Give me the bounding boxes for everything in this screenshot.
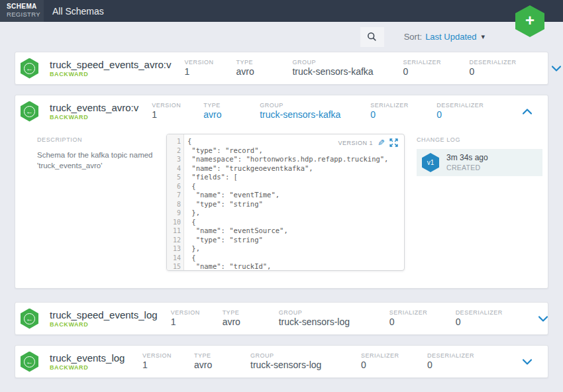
backward-compat-hexagon-icon: ←	[21, 352, 38, 372]
group-label: GROUP	[260, 102, 370, 109]
schema-card-truck-events-log: ← truck_events_log BACKWARD VERSION1 TYP…	[15, 345, 548, 378]
chevron-down-icon[interactable]	[538, 316, 548, 322]
schema-name: truck_speed_events_log	[50, 309, 158, 320]
deserializer-label: DESERIALIZER	[469, 59, 552, 66]
edit-pencil-icon[interactable]: ✎	[378, 138, 385, 147]
deserializer-value: 0	[436, 109, 519, 121]
deserializer-label: DESERIALIZER	[427, 352, 510, 360]
group-value: truck-sensors-kafka	[260, 109, 370, 121]
version-label: VERSION	[184, 59, 236, 66]
deserializer-label: DESERIALIZER	[456, 309, 538, 317]
group-label: GROUP	[279, 309, 389, 317]
compatibility-badge: BACKWARD	[50, 320, 158, 328]
schema-name: truck_speed_events_avro:v	[50, 59, 171, 70]
plus-icon: +	[525, 13, 535, 28]
version-label: VERSION	[142, 352, 194, 360]
type-label: TYPE	[236, 59, 292, 66]
changelog-entry[interactable]: v1 3m 34s ago CREATED	[417, 149, 542, 176]
description-text: Schema for the kafka topic named 'truck_…	[37, 150, 156, 171]
sort-value: Last Updated	[425, 32, 476, 42]
back-arrow-icon: ←	[24, 106, 35, 117]
type-value: avro	[203, 109, 260, 121]
serializer-label: SERIALIZER	[370, 102, 436, 109]
back-arrow-icon: ←	[24, 313, 35, 324]
deserializer-label: DESERIALIZER	[436, 102, 519, 109]
serializer-value: 0	[361, 360, 427, 371]
type-label: TYPE	[203, 102, 260, 109]
toolbar: Sort: Last Updated ▾	[0, 22, 563, 52]
changelog-label: CHANGE LOG	[417, 136, 542, 143]
backward-compat-hexagon-icon: ←	[21, 309, 38, 329]
serializer-value: 0	[370, 109, 436, 121]
code-editor-lines: { "type": "record", "namespace": "horton…	[184, 134, 404, 270]
schema-code-viewer[interactable]: 123456789101112131415 { "type": "record"…	[166, 134, 405, 271]
caret-down-icon: ▾	[481, 32, 485, 41]
schema-list: ← truck_speed_events_avro:v BACKWARD VER…	[0, 52, 563, 378]
search-icon	[367, 32, 377, 42]
code-editor-gutter: 123456789101112131415	[167, 134, 184, 270]
chevron-down-icon[interactable]	[552, 66, 561, 72]
schema-name: truck_events_avro:v	[50, 102, 138, 113]
group-value: truck-sensors-kafka	[292, 66, 403, 77]
changelog-time: 3m 34s ago	[446, 153, 488, 163]
logo-line-1: SCHEMA	[7, 3, 44, 11]
back-arrow-icon: ←	[24, 356, 35, 368]
type-value: avro	[236, 66, 292, 77]
compatibility-badge: BACKWARD	[50, 364, 129, 371]
version-value: 1	[171, 317, 223, 328]
changelog-action: CREATED	[446, 163, 488, 172]
group-value: truck-sensors-log	[279, 317, 389, 328]
deserializer-value: 0	[456, 317, 538, 328]
schema-card-header[interactable]: ← truck_speed_events_avro:v BACKWARD VER…	[15, 52, 548, 84]
description-section: DESCRIPTION Schema for the kafka topic n…	[37, 136, 156, 171]
compatibility-badge: BACKWARD	[50, 113, 138, 121]
page-title: All Schemas	[52, 0, 104, 22]
deserializer-value: 0	[469, 66, 552, 77]
changelog-section: CHANGE LOG v1 3m 34s ago CREATED	[417, 136, 542, 176]
version-value: 1	[152, 109, 203, 121]
serializer-value: 0	[403, 66, 469, 77]
type-value: avro	[194, 360, 250, 371]
version-label: VERSION	[152, 102, 203, 109]
code-version-label: VERSION 1	[338, 140, 374, 146]
serializer-label: SERIALIZER	[403, 59, 469, 66]
type-value: avro	[223, 317, 279, 328]
app-logo[interactable]: SCHEMA REGISTRY	[0, 0, 44, 22]
schema-card-expanded-body: DESCRIPTION Schema for the kafka topic n…	[15, 127, 548, 288]
group-value: truck-sensors-log	[250, 360, 361, 371]
group-label: GROUP	[292, 59, 403, 66]
group-label: GROUP	[250, 352, 361, 360]
compatibility-badge: BACKWARD	[50, 70, 171, 78]
version-value: 1	[142, 360, 194, 371]
serializer-label: SERIALIZER	[361, 352, 427, 360]
logo-line-2: REGISTRY	[7, 11, 44, 18]
version-hexagon-badge: v1	[422, 153, 439, 172]
back-arrow-icon: ←	[24, 63, 35, 74]
chevron-up-icon[interactable]	[523, 109, 532, 115]
schema-card-header[interactable]: ← truck_events_avro:v BACKWARD VERSION1 …	[15, 95, 548, 127]
description-label: DESCRIPTION	[37, 136, 156, 143]
schema-title-block: truck_events_log BACKWARD	[50, 352, 142, 371]
schema-title-block: truck_speed_events_avro:v BACKWARD	[50, 59, 184, 78]
top-navbar: SCHEMA REGISTRY All Schemas	[0, 0, 563, 22]
search-button[interactable]	[360, 27, 384, 47]
type-label: TYPE	[194, 352, 250, 360]
deserializer-value: 0	[427, 360, 510, 371]
schema-card-header[interactable]: ← truck_speed_events_log BACKWARD VERSIO…	[15, 303, 548, 334]
schema-title-block: truck_speed_events_log BACKWARD	[50, 309, 171, 328]
version-label: VERSION	[171, 309, 223, 317]
schema-card-truck-events-avro: ← truck_events_avro:v BACKWARD VERSION1 …	[15, 95, 548, 289]
schema-card-header[interactable]: ← truck_events_log BACKWARD VERSION1 TYP…	[15, 346, 548, 377]
type-label: TYPE	[223, 309, 279, 317]
serializer-value: 0	[389, 317, 456, 328]
schema-card-truck-speed-events-log: ← truck_speed_events_log BACKWARD VERSIO…	[15, 302, 548, 335]
backward-compat-hexagon-icon: ←	[21, 58, 38, 79]
serializer-label: SERIALIZER	[389, 309, 456, 317]
schema-name: truck_events_log	[50, 352, 129, 364]
version-value: 1	[184, 66, 236, 77]
expand-fullscreen-icon[interactable]	[389, 138, 398, 147]
chevron-down-icon[interactable]	[523, 359, 532, 365]
schema-title-block: truck_events_avro:v BACKWARD	[50, 102, 152, 121]
sort-dropdown[interactable]: Sort: Last Updated ▾	[404, 32, 485, 42]
schema-card-truck-speed-events-avro: ← truck_speed_events_avro:v BACKWARD VER…	[15, 52, 548, 85]
